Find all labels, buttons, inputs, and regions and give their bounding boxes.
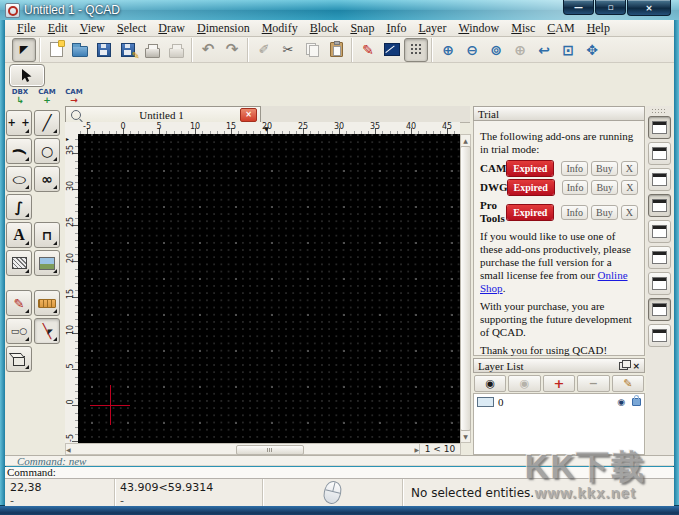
zoom-in-icon[interactable]: ⊕: [436, 38, 460, 62]
save-as-icon[interactable]: ✎: [116, 38, 140, 62]
paste-icon[interactable]: [324, 38, 348, 62]
ellipse-tool[interactable]: ○: [6, 166, 32, 192]
save-file-icon[interactable]: [92, 38, 116, 62]
cut-icon[interactable]: ✂: [276, 38, 300, 62]
pan-icon[interactable]: ✥: [580, 38, 604, 62]
redo-icon[interactable]: ↷: [220, 38, 244, 62]
print-icon[interactable]: [140, 38, 164, 62]
addon-buy-button[interactable]: Buy: [591, 205, 618, 220]
auto-zoom-icon[interactable]: ⊚: [484, 38, 508, 62]
panel-toggle-button-6[interactable]: [648, 246, 671, 269]
menu-item-edit[interactable]: Edit: [42, 21, 74, 36]
hatch-tool[interactable]: [6, 250, 32, 276]
command-input[interactable]: Command:: [5, 467, 674, 478]
zoom-window-icon[interactable]: ⊡: [556, 38, 580, 62]
menu-item-info[interactable]: Info: [380, 21, 412, 36]
menu-item-select[interactable]: Select: [111, 21, 152, 36]
layer-list-title-bar[interactable]: Layer List ×: [473, 358, 645, 373]
point-tool[interactable]: + +: [6, 110, 32, 136]
close-button[interactable]: ×: [627, 0, 671, 16]
horizontal-scrollbar[interactable]: ◀ ▶ 1 < 10: [65, 443, 461, 455]
document-tab[interactable]: Untitled 1 ×: [65, 106, 261, 122]
addon-close-button[interactable]: X: [621, 161, 638, 176]
menu-item-cam[interactable]: CAM: [541, 21, 580, 36]
addon-info-button[interactable]: Info: [561, 161, 588, 176]
tab-close-button[interactable]: ×: [240, 108, 257, 122]
menu-item-help[interactable]: Help: [581, 21, 616, 36]
selection-arrow-icon[interactable]: ◤: [12, 38, 36, 62]
add-layer-icon[interactable]: +: [543, 375, 575, 392]
menu-item-dimension[interactable]: Dimension: [191, 21, 256, 36]
panel-toggle-button-5[interactable]: [648, 220, 671, 243]
menu-item-window[interactable]: Window: [452, 21, 505, 36]
cam-add-icon[interactable]: CAM +: [35, 88, 59, 106]
menu-item-view[interactable]: View: [74, 21, 111, 36]
line-tool[interactable]: ╱: [34, 110, 60, 136]
snap-pointer-tool[interactable]: ╲: [34, 318, 60, 344]
dock-drag-handle[interactable]: [651, 108, 667, 113]
grid-toggle-icon[interactable]: [404, 38, 428, 62]
menu-item-modify[interactable]: Modify: [256, 21, 304, 36]
panel-toggle-button-3[interactable]: [648, 168, 671, 191]
show-all-layers-icon[interactable]: ◉: [474, 375, 506, 392]
scroll-up-icon[interactable]: ▲: [463, 135, 468, 146]
selection-pointer-button[interactable]: [9, 64, 45, 87]
measure-tool[interactable]: ✎: [6, 290, 32, 316]
layer-row[interactable]: 0 ◉: [474, 394, 644, 409]
menu-item-draw[interactable]: Draw: [152, 21, 191, 36]
text-tool[interactable]: A: [6, 222, 32, 248]
arc-tool[interactable]: (: [6, 138, 32, 164]
hide-all-layers-icon[interactable]: ◉: [508, 375, 540, 392]
cam-dbx-icon[interactable]: DBX ↳: [8, 88, 32, 106]
zoom-out-icon[interactable]: ⊖: [460, 38, 484, 62]
box3d-tool[interactable]: [6, 346, 32, 372]
panel-toggle-button-2[interactable]: [648, 142, 671, 165]
addon-buy-button[interactable]: Buy: [591, 161, 618, 176]
shape-tools[interactable]: ▭○: [6, 318, 32, 344]
layer-lock-icon[interactable]: [632, 398, 641, 406]
vertical-scrollbar[interactable]: ▲ ▼: [460, 134, 471, 443]
pen-icon[interactable]: ✐: [252, 38, 276, 62]
panel-close-icon[interactable]: ×: [632, 361, 640, 371]
layer-visibility-icon[interactable]: ◉: [617, 397, 625, 407]
lineweight-icon[interactable]: [380, 38, 404, 62]
cam-run-icon[interactable]: CAM →: [62, 88, 86, 106]
addon-info-button[interactable]: Info: [562, 180, 589, 195]
polyline-tool[interactable]: ∫: [6, 194, 32, 220]
panel-toggle-button-8[interactable]: [648, 298, 671, 321]
edit-layer-icon[interactable]: ✎: [612, 375, 644, 392]
menu-item-file[interactable]: File: [11, 21, 42, 36]
copy-icon[interactable]: [300, 38, 324, 62]
horizontal-scroll-track[interactable]: [71, 444, 415, 454]
new-file-icon[interactable]: [44, 38, 68, 62]
addon-close-button[interactable]: X: [621, 180, 638, 195]
vertical-scroll-thumb[interactable]: [460, 146, 471, 431]
maximize-button[interactable]: ▫: [595, 0, 626, 15]
undo-icon[interactable]: ↶: [196, 38, 220, 62]
spline-tool[interactable]: ∞: [34, 166, 60, 192]
addon-buy-button[interactable]: Buy: [591, 180, 618, 195]
minimize-button[interactable]: —: [563, 0, 594, 15]
dimension-tool[interactable]: ⊓: [34, 222, 60, 248]
menu-item-snap[interactable]: Snap: [344, 21, 380, 36]
panel-toggle-button-4[interactable]: [648, 194, 671, 217]
panel-toggle-button-7[interactable]: [648, 272, 671, 295]
zoom-previous-icon[interactable]: ↩: [532, 38, 556, 62]
print-preview-icon[interactable]: [164, 38, 188, 62]
title-bar[interactable]: Untitled 1 - QCAD — ▫ ×: [0, 0, 679, 21]
circle-tool[interactable]: ○: [34, 138, 60, 164]
panel-toggle-button-1[interactable]: [648, 116, 671, 139]
menu-item-misc[interactable]: Misc: [505, 21, 541, 36]
remove-layer-icon[interactable]: −: [577, 375, 609, 392]
horizontal-scroll-thumb[interactable]: [236, 445, 304, 455]
panel-toggle-button-9[interactable]: [648, 324, 671, 347]
menu-item-block[interactable]: Block: [304, 21, 345, 36]
draw-pencil-icon[interactable]: ✎: [356, 38, 380, 62]
menu-item-layer[interactable]: Layer: [412, 21, 452, 36]
addon-close-button[interactable]: X: [621, 205, 638, 220]
zoom-in-disabled-icon[interactable]: ⊕: [508, 38, 532, 62]
open-file-icon[interactable]: [68, 38, 92, 62]
image-tool[interactable]: [34, 250, 60, 276]
addon-info-button[interactable]: Info: [561, 205, 588, 220]
drawing-canvas[interactable]: [78, 134, 460, 443]
